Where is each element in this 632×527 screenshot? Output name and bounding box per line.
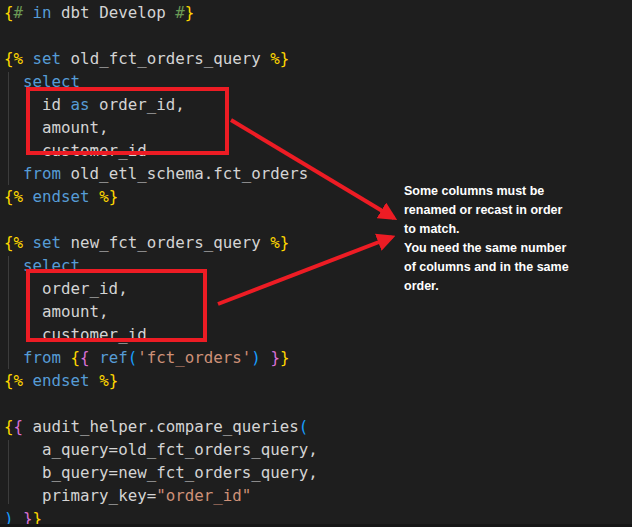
annotation-note-line: You need the same number xyxy=(404,239,614,258)
code-token: # xyxy=(14,3,24,22)
code-line[interactable]: {% set new_fct_orders_query %} xyxy=(4,231,318,254)
code-line[interactable] xyxy=(4,208,318,231)
code-line[interactable] xyxy=(4,392,318,415)
code-line[interactable]: {% endset %} xyxy=(4,185,318,208)
code-token: } xyxy=(270,348,280,367)
code-line[interactable]: from old_etl_schema.fct_orders xyxy=(4,162,318,185)
code-line[interactable]: b_query=new_fct_orders_query, xyxy=(4,461,318,484)
code-token: { xyxy=(4,3,14,22)
code-token xyxy=(23,233,33,252)
annotation-note: Some columns must berenamed or recast in… xyxy=(404,182,614,296)
annotation-note-line: Some columns must be xyxy=(404,182,614,201)
code-token: set xyxy=(33,233,62,252)
code-token: set xyxy=(33,49,62,68)
code-token: new_fct_orders_query xyxy=(61,233,270,252)
code-token: { xyxy=(80,348,90,367)
code-token: "order_id" xyxy=(156,486,251,505)
code-token: ref xyxy=(99,348,128,367)
code-token: old_fct_orders_query xyxy=(61,49,270,68)
annotation-box-new-columns xyxy=(26,269,207,342)
code-line[interactable] xyxy=(4,24,318,47)
code-editor[interactable]: {# in dbt Develop #}{% set old_fct_order… xyxy=(0,0,632,527)
annotation-note-line: order. xyxy=(404,277,614,296)
annotation-note-line: of columns and in the same xyxy=(404,258,614,277)
code-content[interactable]: {# in dbt Develop #}{% set old_fct_order… xyxy=(4,1,318,527)
code-token xyxy=(90,348,100,367)
code-token: {% xyxy=(4,371,23,390)
code-line[interactable]: {% set old_fct_orders_query %} xyxy=(4,47,318,70)
code-token: primary_key= xyxy=(4,486,156,505)
code-token: b_query=new_fct_orders_query, xyxy=(4,463,318,482)
code-token xyxy=(4,72,23,91)
code-token: ( xyxy=(299,417,309,436)
code-token xyxy=(261,348,271,367)
code-token: old_etl_schema.fct_orders xyxy=(61,164,308,183)
code-token xyxy=(23,371,33,390)
code-token: ) xyxy=(251,348,261,367)
code-token: {% xyxy=(4,49,23,68)
code-token: { xyxy=(4,417,14,436)
code-token: {% xyxy=(4,187,23,206)
code-token: %} xyxy=(99,187,118,206)
code-token xyxy=(4,348,23,367)
code-token: from xyxy=(23,348,61,367)
code-line[interactable]: {% endset %} xyxy=(4,369,318,392)
code-token xyxy=(23,187,33,206)
code-token xyxy=(90,371,100,390)
code-token xyxy=(90,187,100,206)
code-line[interactable]: a_query=old_fct_orders_query, xyxy=(4,438,318,461)
code-token: # xyxy=(175,3,185,22)
code-line[interactable]: {{ audit_helper.compare_queries( xyxy=(4,415,318,438)
code-token: { xyxy=(14,417,24,436)
code-token: } xyxy=(185,3,195,22)
code-token: a_query=old_fct_orders_query, xyxy=(4,440,318,459)
code-token: %} xyxy=(270,233,289,252)
code-token: } xyxy=(280,348,290,367)
code-token xyxy=(4,256,23,275)
code-line[interactable]: from {{ ref('fct_orders') }} xyxy=(4,346,318,369)
annotation-note-line: renamed or recast in order xyxy=(404,201,614,220)
code-token: %} xyxy=(270,49,289,68)
code-token xyxy=(61,348,71,367)
code-token: 'fct_orders' xyxy=(137,348,251,367)
code-line[interactable]: primary_key="order_id" xyxy=(4,484,318,507)
code-token: in xyxy=(33,3,52,22)
code-token: dbt Develop xyxy=(52,3,176,22)
code-token: {% xyxy=(4,233,23,252)
code-token: ( xyxy=(128,348,138,367)
annotation-note-line: to match. xyxy=(404,220,614,239)
code-token: endset xyxy=(33,187,90,206)
annotation-box-old-columns xyxy=(26,87,229,155)
code-token: endset xyxy=(33,371,90,390)
code-token: { xyxy=(71,348,81,367)
code-line[interactable]: {# in dbt Develop #} xyxy=(4,1,318,24)
code-token: %} xyxy=(99,371,118,390)
code-token: audit_helper.compare_queries xyxy=(23,417,299,436)
code-token: from xyxy=(23,164,61,183)
code-token xyxy=(23,3,33,22)
code-token xyxy=(4,164,23,183)
code-token xyxy=(23,49,33,68)
